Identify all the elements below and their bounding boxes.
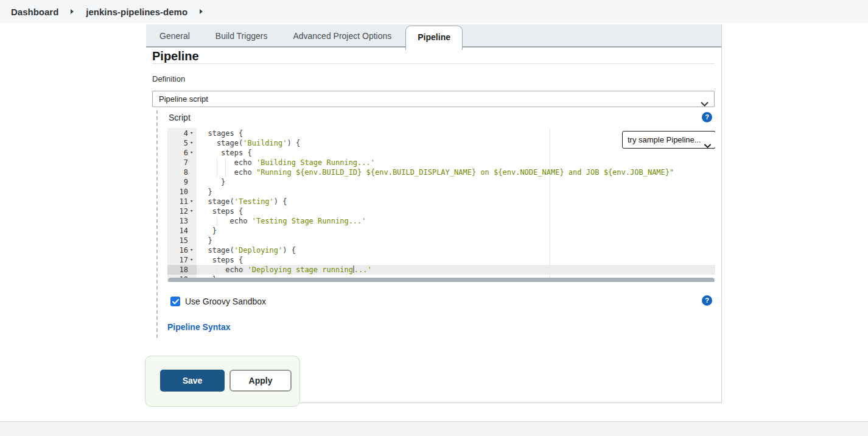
apply-button[interactable]: Apply (229, 370, 292, 392)
script-label: Script (169, 113, 191, 122)
editor-gutter: 4▾5▾6▾7891011▾12▾13141516▾17▾1819 (167, 128, 197, 282)
code-line: steps { (197, 255, 715, 265)
breadcrumb-item-job[interactable]: jenkins-pipelines-demo (86, 7, 187, 17)
chevron-down-icon (704, 138, 711, 154)
fold-toggle-icon[interactable]: ▾ (190, 147, 193, 157)
indent-guide (217, 216, 217, 226)
gutter-line: 18 (167, 265, 197, 275)
line-number: 16 (167, 245, 188, 255)
gutter-line: 13 (167, 216, 197, 226)
config-main: General Build Triggers Advanced Project … (146, 24, 722, 403)
gutter-line: 11▾ (167, 197, 197, 206)
groovy-sandbox-label: Use Groovy Sandbox (185, 297, 266, 306)
fold-toggle-icon[interactable]: ▾ (190, 255, 193, 264)
fold-toggle-icon[interactable]: ▾ (190, 138, 193, 147)
gutter-line: 15 (167, 236, 197, 245)
line-number: 4 (167, 128, 188, 138)
fold-toggle-icon[interactable]: ▾ (190, 206, 193, 216)
fold-toggle-icon[interactable]: ▾ (190, 245, 193, 255)
breadcrumb-item-dashboard[interactable]: Dashboard (11, 7, 58, 17)
sample-pipeline-select-value: try sample Pipeline... (628, 135, 701, 144)
line-number: 17 (167, 255, 188, 265)
gutter-line: 16▾ (167, 245, 197, 255)
indent-guide (217, 167, 217, 177)
code-line: steps { (197, 148, 715, 158)
line-number: 10 (167, 187, 188, 197)
groovy-sandbox-checkbox[interactable] (170, 297, 180, 306)
page-footer (0, 421, 868, 436)
code-line: } (197, 226, 715, 236)
line-number: 18 (167, 265, 188, 275)
gutter-line: 14 (167, 226, 197, 236)
indent-guide (217, 265, 217, 275)
line-number: 13 (167, 216, 188, 226)
scrollbar-thumb[interactable] (168, 278, 715, 282)
save-apply-bar: Save Apply (145, 356, 300, 407)
definition-select[interactable]: Pipeline script (152, 91, 715, 107)
sandbox-help-icon[interactable]: ? (702, 295, 712, 306)
line-number: 15 (167, 236, 188, 245)
code-line: } (197, 187, 715, 197)
code-line: echo 'Deploying stage running...' (197, 265, 715, 275)
script-help-icon[interactable]: ? (702, 112, 712, 122)
breadcrumb: Dashboard jenkins-pipelines-demo (0, 0, 868, 23)
code-line: } (197, 236, 715, 245)
code-line: } (197, 177, 715, 187)
editor-horizontal-scrollbar (167, 278, 715, 282)
line-number: 5 (167, 138, 188, 148)
code-line: echo 'Building Stage Running...' (197, 158, 715, 167)
code-line: stage('Deploying') { (197, 245, 715, 255)
gutter-line: 7 (167, 158, 197, 167)
pipeline-script-editor[interactable]: 4▾5▾6▾7891011▾12▾13141516▾17▾1819 stages… (167, 128, 715, 282)
sample-pipeline-select[interactable]: try sample Pipeline... (622, 131, 715, 149)
tab-pipeline[interactable]: Pipeline (405, 26, 463, 50)
gutter-line: 4▾ (167, 128, 197, 138)
title-divider (152, 63, 715, 64)
code-line: echo "Running ${env.BUILD_ID} ${env.BUIL… (197, 167, 715, 177)
line-number: 12 (167, 206, 188, 216)
line-number: 9 (167, 177, 188, 187)
gutter-line: 10 (167, 187, 197, 197)
code-line: steps { (197, 206, 715, 216)
fold-toggle-icon[interactable]: ▾ (190, 196, 193, 206)
line-number: 8 (167, 167, 188, 177)
line-number: 6 (167, 148, 188, 158)
pipeline-syntax-link[interactable]: Pipeline Syntax (167, 322, 230, 332)
gutter-line: 8 (167, 167, 197, 177)
tab-general[interactable]: General (147, 24, 203, 46)
breadcrumb-separator-icon (71, 9, 74, 14)
check-icon (172, 299, 179, 304)
line-number: 11 (167, 197, 188, 206)
groovy-sandbox-row: Use Groovy Sandbox (170, 297, 266, 306)
gutter-line: 17▾ (167, 255, 197, 265)
pipeline-config-panel: Pipeline Definition Pipeline script Scri… (146, 47, 721, 403)
config-tabs: General Build Triggers Advanced Project … (146, 24, 721, 47)
gutter-line: 9 (167, 177, 197, 187)
save-button[interactable]: Save (160, 370, 225, 392)
line-number: 14 (167, 226, 188, 236)
indent-guide (225, 167, 226, 177)
code-line: stage('Testing') { (197, 197, 715, 206)
tab-advanced-project-options[interactable]: Advanced Project Options (280, 24, 404, 46)
gutter-line: 12▾ (167, 206, 197, 216)
code-line: echo 'Testing Stage Running...' (197, 216, 715, 226)
line-number: 7 (167, 158, 188, 167)
breadcrumb-separator-icon (200, 9, 203, 14)
page-title: Pipeline (152, 49, 199, 63)
definition-select-value: Pipeline script (159, 94, 208, 104)
editor-code-area[interactable]: stages {stage('Building') {steps {echo '… (197, 128, 715, 282)
indent-guide (217, 158, 217, 167)
tab-build-triggers[interactable]: Build Triggers (203, 24, 281, 46)
indent-guide (225, 158, 226, 167)
gutter-line: 5▾ (167, 138, 197, 148)
definition-label: Definition (152, 74, 185, 83)
gutter-line: 6▾ (167, 148, 197, 158)
fold-toggle-icon[interactable]: ▾ (190, 128, 193, 138)
